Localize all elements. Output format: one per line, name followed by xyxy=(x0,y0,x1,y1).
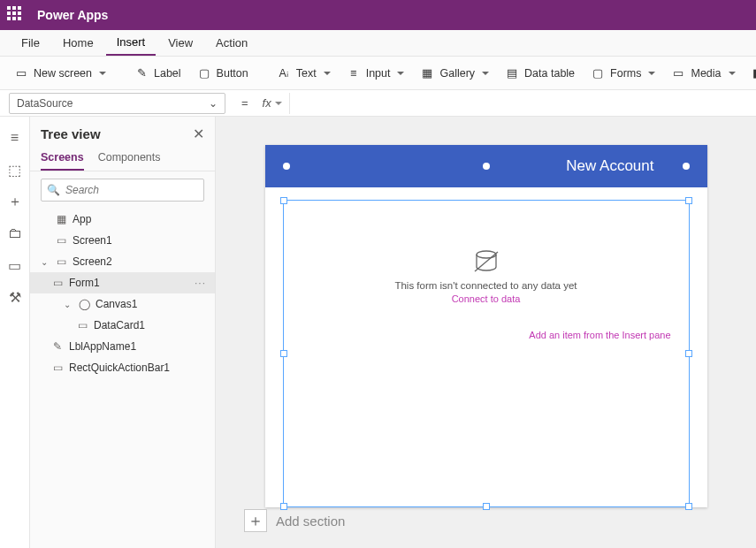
gallery-button[interactable]: ▦Gallery xyxy=(415,63,494,84)
tree-title: Tree view xyxy=(41,126,101,141)
close-panel-button[interactable]: ✕ xyxy=(193,126,204,142)
menu-bar: File Home Insert View Action xyxy=(0,30,756,57)
formula-input[interactable] xyxy=(289,93,756,114)
text-icon: Aᵢ xyxy=(277,66,291,80)
connect-to-data-link[interactable]: Connect to data xyxy=(452,293,521,304)
menu-file[interactable]: File xyxy=(11,30,50,56)
header-dot xyxy=(683,163,690,170)
header-dot xyxy=(283,163,290,170)
rect-icon: ▭ xyxy=(51,362,64,374)
datacard-icon: ▭ xyxy=(76,319,88,331)
rail-tools-icon[interactable]: ⚒ xyxy=(6,288,24,306)
label-icon: ✎ xyxy=(134,66,149,80)
screen-icon: ▭ xyxy=(55,234,67,247)
charts-button[interactable]: ▮▮Charts xyxy=(746,63,756,84)
media-icon: ▭ xyxy=(671,66,685,80)
app-icon: ▦ xyxy=(55,213,67,225)
add-section-label: Add section xyxy=(276,514,345,529)
chevron-down-icon[interactable]: ⌄ xyxy=(64,300,73,309)
text-label: Text xyxy=(296,67,317,80)
formula-bar: DataSource⌄ = fx xyxy=(0,90,756,117)
menu-action[interactable]: Action xyxy=(205,30,258,56)
database-icon xyxy=(473,250,500,273)
new-screen-button[interactable]: ▭New screen xyxy=(9,63,111,84)
search-icon: 🔍 xyxy=(47,184,60,196)
property-selector[interactable]: DataSource⌄ xyxy=(9,93,225,114)
new-screen-label: New screen xyxy=(34,67,92,80)
property-selector-value: DataSource xyxy=(17,97,73,110)
search-box[interactable]: 🔍 xyxy=(41,179,204,202)
tree-node-lblappname1[interactable]: ✎LblAppName1 xyxy=(30,336,215,357)
menu-view[interactable]: View xyxy=(157,30,203,56)
rail-hamburger-icon[interactable]: ≡ xyxy=(6,129,24,147)
gallery-label: Gallery xyxy=(439,67,475,80)
tree-node-app[interactable]: ▦App xyxy=(30,209,215,230)
label-button[interactable]: ✎Label xyxy=(129,63,187,84)
tree-node-canvas1[interactable]: ⌄◯Canvas1 xyxy=(30,293,215,315)
more-options-icon[interactable]: ··· xyxy=(195,277,206,289)
header-dot xyxy=(483,163,490,170)
media-button[interactable]: ▭Media xyxy=(666,63,740,84)
screen-header-bar: New Account xyxy=(265,145,707,187)
canvas-area[interactable]: New Account This form isn't connected to… xyxy=(216,117,756,548)
components-tab[interactable]: Components xyxy=(98,146,161,171)
chevron-down-icon: ⌄ xyxy=(209,97,218,110)
data-table-button[interactable]: ▤Data table xyxy=(500,63,580,84)
tree-panel: Tree view ✕ Screens Components 🔍 ▦App ▭S… xyxy=(30,117,216,548)
button-button[interactable]: ▢Button xyxy=(192,63,254,84)
data-table-label: Data table xyxy=(524,67,575,80)
tree-node-rectquickactionbar1[interactable]: ▭RectQuickActionBar1 xyxy=(30,357,215,378)
rail-data-icon[interactable]: 🗀 xyxy=(6,225,24,242)
menu-insert[interactable]: Insert xyxy=(106,30,157,56)
add-section-button[interactable]: ＋ Add section xyxy=(244,509,345,532)
form-control[interactable]: This form isn't connected to any data ye… xyxy=(283,200,690,507)
screen-preview: New Account This form isn't connected to… xyxy=(265,145,707,507)
resize-handle[interactable] xyxy=(685,503,692,510)
input-button[interactable]: ≡Input xyxy=(341,63,410,84)
screens-tab[interactable]: Screens xyxy=(41,146,84,171)
fx-label[interactable]: fx xyxy=(256,96,289,110)
forms-button[interactable]: ▢Forms xyxy=(585,63,661,84)
svg-point-0 xyxy=(477,251,496,258)
input-icon: ≡ xyxy=(347,66,361,80)
button-icon: ▢ xyxy=(197,66,211,80)
form-icon: ▭ xyxy=(51,277,64,289)
screen-icon: ▭ xyxy=(14,66,28,80)
charts-icon: ▮▮ xyxy=(752,66,756,80)
resize-handle[interactable] xyxy=(685,350,692,357)
ribbon: ▭New screen ✎Label ▢Button AᵢText ≡Input… xyxy=(0,57,756,90)
text-button[interactable]: AᵢText xyxy=(271,63,336,84)
rail-tree-icon[interactable]: ⬚ xyxy=(6,161,24,179)
media-label: Media xyxy=(691,67,721,80)
canvas-icon: ◯ xyxy=(78,298,90,310)
tree: ▦App ▭Screen1 ⌄▭Screen2 ▭Form1··· ⌄◯Canv… xyxy=(30,209,215,378)
left-rail: ≡ ⬚ ＋ 🗀 ▭ ⚒ xyxy=(0,117,30,548)
forms-label: Forms xyxy=(610,67,641,80)
tree-node-form1[interactable]: ▭Form1··· xyxy=(30,272,215,293)
search-input[interactable] xyxy=(65,184,199,196)
form-empty-message: This form isn't connected to any data ye… xyxy=(394,280,577,291)
menu-home[interactable]: Home xyxy=(52,30,104,56)
chevron-down-icon[interactable]: ⌄ xyxy=(41,257,50,267)
screen-icon: ▭ xyxy=(55,255,67,268)
app-title: Power Apps xyxy=(37,8,108,22)
rail-media-icon[interactable]: ▭ xyxy=(6,256,24,274)
resize-handle[interactable] xyxy=(280,197,287,204)
equals-sign: = xyxy=(234,96,256,110)
resize-handle[interactable] xyxy=(280,350,287,357)
rail-insert-icon[interactable]: ＋ xyxy=(6,193,24,210)
chevron-down-icon xyxy=(275,102,282,109)
tree-node-datacard1[interactable]: ▭DataCard1 xyxy=(30,315,215,336)
forms-icon: ▢ xyxy=(591,66,605,80)
input-label: Input xyxy=(366,67,391,80)
app-launcher-icon[interactable] xyxy=(7,6,25,24)
resize-handle[interactable] xyxy=(483,503,490,510)
gallery-icon: ▦ xyxy=(420,66,434,80)
plus-icon: ＋ xyxy=(244,509,267,532)
table-icon: ▤ xyxy=(505,66,519,80)
insert-pane-hint: Add an item from the Insert pane xyxy=(529,330,670,340)
label-icon: ✎ xyxy=(51,340,64,353)
tree-node-screen1[interactable]: ▭Screen1 xyxy=(30,230,215,251)
tree-node-screen2[interactable]: ⌄▭Screen2 xyxy=(30,251,215,272)
resize-handle[interactable] xyxy=(685,197,692,204)
